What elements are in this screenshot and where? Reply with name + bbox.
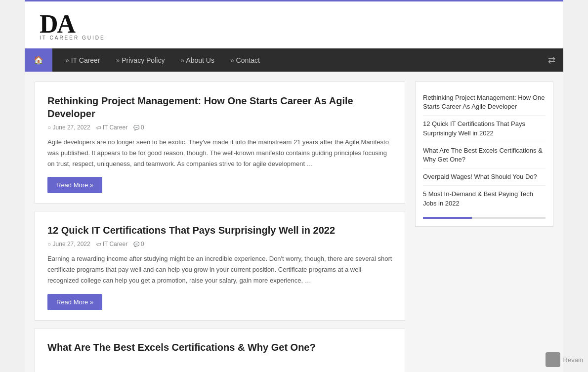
revain-icon (546, 352, 560, 367)
post-card: Rethinking Project Management: How One S… (35, 82, 405, 204)
post-card: 12 Quick IT Certifications That Pays Sur… (35, 211, 405, 320)
post-category[interactable]: IT Career (96, 241, 127, 248)
sidebar-link[interactable]: Overpaid Wages! What Should You Do? (423, 173, 537, 180)
sidebar-link-item: Rethinking Project Management: How One S… (423, 89, 546, 116)
nav-links: IT Career Privacy Policy About Us Contac… (52, 49, 540, 71)
posts-column: Rethinking Project Management: How One S… (35, 82, 405, 372)
post-date: June 27, 2022 (47, 124, 90, 131)
nav-link-contact[interactable]: Contact (222, 49, 268, 71)
sidebar-links: Rethinking Project Management: How One S… (423, 89, 546, 212)
sidebar-link-item: What Are The Best Excels Certifications … (423, 142, 546, 168)
post-category[interactable]: IT Career (96, 124, 127, 131)
page-wrapper: DA IT CAREER GUIDE 🏠 IT Career Privacy P… (25, 0, 563, 372)
random-icon[interactable]: ⇄ (540, 50, 563, 71)
sidebar-link[interactable]: 5 Most In-Demand & Best Paying Tech Jobs… (423, 190, 533, 207)
main-content: Rethinking Project Management: How One S… (25, 72, 563, 372)
revain-watermark: Revain (546, 352, 583, 367)
sidebar-widget: Rethinking Project Management: How One S… (415, 82, 553, 227)
sidebar-link[interactable]: Rethinking Project Management: How One S… (423, 94, 545, 110)
sidebar-link[interactable]: 12 Quick IT Certifications That Pays Sur… (423, 120, 525, 136)
read-more-button[interactable]: Read More » (47, 294, 102, 310)
sidebar-link-item: Overpaid Wages! What Should You Do? (423, 168, 546, 186)
logo-sub: IT CAREER GUIDE (40, 35, 105, 41)
post-card: What Are The Best Excels Certifications … (35, 328, 405, 372)
nav-link-privacy[interactable]: Privacy Policy (108, 49, 173, 71)
post-comments: 0 (133, 241, 144, 248)
sidebar-link-item: 12 Quick IT Certifications That Pays Sur… (423, 116, 546, 142)
post-comments: 0 (133, 124, 144, 131)
nav-bar: 🏠 IT Career Privacy Policy About Us Cont… (25, 48, 563, 72)
post-excerpt: Agile developers are no longer seen to b… (47, 137, 392, 169)
site-header: DA IT CAREER GUIDE (25, 1, 563, 48)
logo[interactable]: DA IT CAREER GUIDE (40, 11, 105, 41)
sidebar-progress-fill (423, 217, 472, 219)
logo-main: DA (40, 11, 105, 37)
post-meta: June 27, 2022 IT Career 0 (47, 241, 392, 248)
home-nav-button[interactable]: 🏠 (25, 48, 52, 72)
post-title: What Are The Best Excels Certifications … (47, 341, 392, 354)
post-date: June 27, 2022 (47, 241, 90, 248)
nav-link-about[interactable]: About Us (172, 49, 222, 71)
sidebar: Rethinking Project Management: How One S… (415, 82, 553, 372)
nav-link-it-career[interactable]: IT Career (57, 49, 108, 71)
post-title: 12 Quick IT Certifications That Pays Sur… (47, 224, 392, 237)
sidebar-progress (423, 217, 546, 219)
revain-text: Revain (563, 356, 583, 364)
sidebar-link-item: 5 Most In-Demand & Best Paying Tech Jobs… (423, 186, 546, 211)
post-excerpt: Earning a rewarding income after studyin… (47, 253, 392, 286)
sidebar-link[interactable]: What Are The Best Excels Certifications … (423, 147, 543, 163)
post-title: Rethinking Project Management: How One S… (47, 94, 392, 120)
post-meta: June 27, 2022 IT Career 0 (47, 124, 392, 131)
read-more-button[interactable]: Read More » (47, 177, 102, 193)
